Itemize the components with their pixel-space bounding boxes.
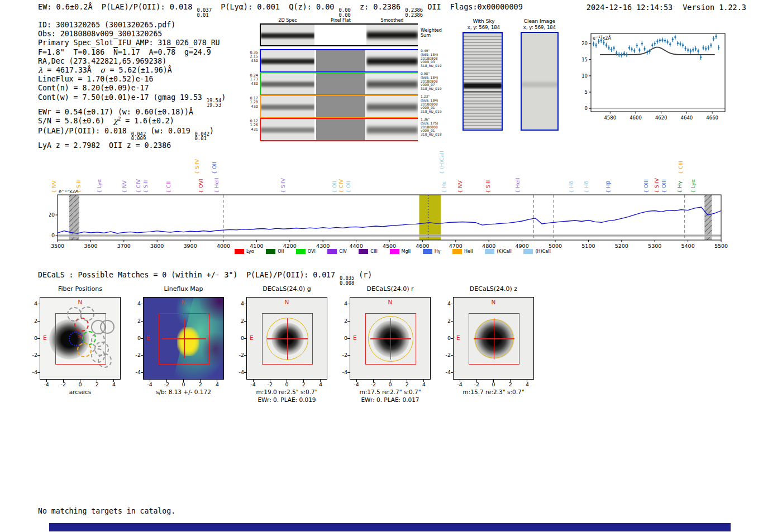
y-tick-label: -2 (441, 352, 451, 358)
smoothed-image (366, 119, 418, 140)
data-point (598, 40, 599, 42)
data-point (605, 44, 607, 46)
info-line: Cont(n) = 8.20(±0.09)e-17 (38, 84, 226, 93)
line-label-oii: { OII (331, 181, 337, 193)
x-tick-mark (63, 380, 64, 382)
data-point (603, 42, 604, 44)
x-tick-label: 2 (194, 381, 207, 387)
x-tick-label: -4 (350, 381, 363, 387)
x-tick-mark (303, 380, 304, 382)
x-tick-label: 2 (401, 381, 413, 387)
x-tick-label: 4400 (350, 243, 363, 249)
y-tick-mark (244, 372, 246, 373)
left-label-line: 430 (246, 105, 258, 109)
smoothed-trace-band (366, 125, 418, 135)
data-point (628, 47, 630, 49)
legend-swatch (423, 249, 432, 254)
flux-units-label: e−17x2Å (593, 35, 611, 41)
panel-title: Lineflux Map (137, 285, 230, 293)
data-point (713, 38, 714, 40)
info-line: Cont(w) = 7.50(±0.01)e-17 (gmag 19.53 19… (38, 93, 226, 108)
data-point (684, 47, 686, 49)
x-tick-label: 3600 (84, 243, 97, 249)
pixel-flat-image (316, 96, 365, 117)
x-tick-label: 3900 (184, 243, 197, 249)
x-tick-label: -4 (454, 381, 466, 387)
x-tick-mark (423, 380, 424, 382)
y-tick-mark (37, 372, 40, 373)
right-label-line: Sum (421, 33, 442, 38)
panel-xlabel: arcsecs (28, 389, 132, 395)
line-label-hε: { Hε (441, 181, 447, 193)
x-tick-label: 4000 (217, 243, 230, 249)
with-sky-panel: With Sky x, y: 569, 184 (461, 18, 506, 131)
superscript: 2 (118, 116, 121, 122)
spec2d-image (261, 50, 314, 71)
data-point (593, 43, 594, 45)
with-sky-image (462, 32, 503, 131)
x-tick-label: 4660 (706, 115, 718, 121)
pixel-flat-image (316, 73, 365, 94)
smoothed-trace-band (366, 102, 418, 112)
line-label-siii: { SiII (142, 180, 149, 193)
compass-east: E (250, 334, 254, 341)
data-point (692, 49, 694, 50)
y-tick-label: 2 (441, 318, 451, 324)
y-tick-label: -4 (131, 369, 141, 375)
sub-value: 19.53 (207, 103, 221, 108)
col-header-pixelflat: Pixel Flat (318, 18, 363, 23)
data-point (700, 56, 702, 58)
x-tick-label: 4620 (655, 115, 667, 121)
x-tick-label: 4640 (681, 115, 693, 121)
pixel-flat-image (316, 25, 365, 45)
y-tick-mark (37, 338, 40, 339)
x-tick-mark (113, 380, 114, 382)
panel-caption: s/b: 8.13 +/- 0.172 (132, 389, 235, 395)
line-label-(h)caii: { (H)CaII (438, 151, 445, 174)
x-tick-label: 4200 (283, 243, 297, 249)
y-tick-mark (244, 304, 246, 304)
sup-sub-stack: 0.0420.01 (195, 132, 209, 142)
footer-color-bar (49, 523, 731, 531)
x-tick-mark (287, 380, 287, 382)
data-point (626, 54, 627, 55)
decals-g-image: NE (246, 297, 327, 380)
x-tick-mark (270, 380, 270, 382)
cutout-left-labels: 0.241.73430 (246, 74, 258, 86)
panel-title: DECaLS(24.0) r (344, 285, 436, 293)
info-line: EWr = 0.54(±0.17) (w: 0.60(±0.18))Å (38, 108, 226, 117)
y-tick-mark (451, 321, 453, 322)
legend-item: Hγ (423, 249, 441, 254)
info-line: Primary Spec_Slot_IFU_AMP: 318_026_078_R… (38, 39, 226, 47)
left-label-line: 430 (246, 59, 258, 63)
spec2d-trace-band (261, 103, 314, 111)
smoothed-trace-band (366, 79, 418, 89)
cutout-right-labels: 0.90"(569, 184)20180808v009_07318_RU_019 (421, 72, 449, 91)
panel-title: Fiber Positions (34, 285, 126, 293)
cutout-right-labels: 1.23"(569, 184)20180808v009_01318_RU_019 (421, 95, 449, 114)
data-point (651, 44, 653, 46)
compass-east: E (456, 334, 460, 341)
x-tick-label: -2 (470, 381, 483, 387)
data-point (656, 40, 658, 42)
y-tick-mark (451, 338, 453, 339)
right-label-line: 318_RU_019 (421, 110, 449, 114)
legend-swatch (266, 249, 275, 254)
legend-swatch (390, 249, 399, 254)
timestamp-version: 2024-12-16 12:14:53Version 1.22.3 (586, 3, 746, 12)
crosshair-horizontal (267, 338, 308, 339)
sky-dark-band2 (464, 91, 502, 93)
sup-sub-stack: 0.0420.009 (131, 132, 146, 142)
sup-sub-stack: 19.5419.53 (207, 98, 221, 108)
lineflux-map-plot: NE (143, 297, 224, 380)
y-tick-label: 0 (27, 335, 37, 341)
legend-label: Hγ (435, 249, 441, 254)
smoothed-image (366, 25, 418, 45)
info-line: Obs: 20180808v009_3001320265 (38, 30, 226, 39)
x-tick-label: 5500 (714, 243, 728, 249)
y-tick-label: 5 (585, 89, 588, 95)
col-header-2dspec: 2D Spec (265, 18, 310, 23)
x-tick-label: -4 (247, 381, 259, 387)
summary-header: EW: 0.6±0.2Å P(LAE)/P(OII): 0.018 0.0370… (38, 2, 523, 18)
x-tick-label: 4300 (316, 243, 330, 249)
